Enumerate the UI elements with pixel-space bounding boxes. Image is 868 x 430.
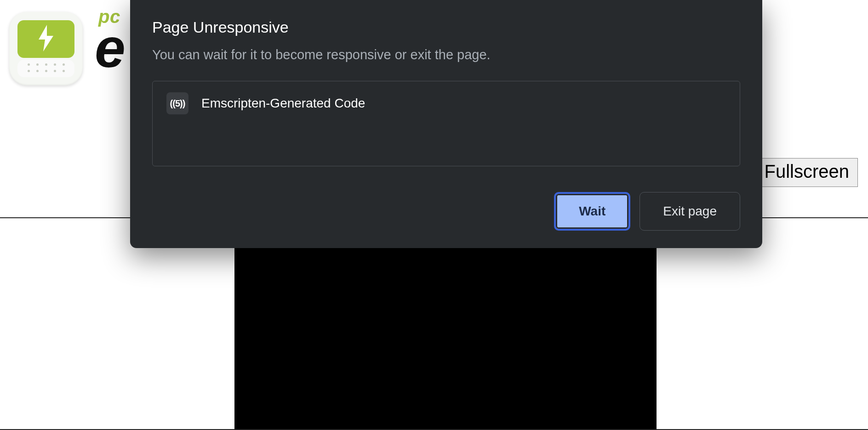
fullscreen-button[interactable]: Fullscreen xyxy=(755,158,858,187)
dialog-subtitle: You can wait for it to become responsive… xyxy=(152,47,740,62)
braille-row xyxy=(17,70,74,72)
dialog-button-row: Wait Exit page xyxy=(152,192,740,231)
wordmark-big: e xyxy=(95,23,126,73)
logo-upper xyxy=(17,20,74,58)
dialog-title: Page Unresponsive xyxy=(152,18,740,36)
svg-marker-0 xyxy=(39,25,53,51)
emscripten-logo xyxy=(9,12,83,85)
braille-row xyxy=(17,63,74,66)
canvas-area[interactable] xyxy=(234,219,657,430)
unresponsive-page-name: Emscripten-Generated Code xyxy=(201,96,365,111)
wait-button[interactable]: Wait xyxy=(554,192,630,231)
wordmark: pc e xyxy=(95,7,126,72)
page-favicon: ((5)) xyxy=(166,92,188,114)
unresponsive-page-item: ((5)) Emscripten-Generated Code xyxy=(166,92,726,114)
exit-button[interactable]: Exit page xyxy=(640,192,740,231)
logo-lower xyxy=(17,60,74,77)
unresponsive-page-list: ((5)) Emscripten-Generated Code xyxy=(152,81,740,166)
lightning-icon xyxy=(37,25,55,51)
unresponsive-dialog: Page Unresponsive You can wait for it to… xyxy=(130,0,762,248)
